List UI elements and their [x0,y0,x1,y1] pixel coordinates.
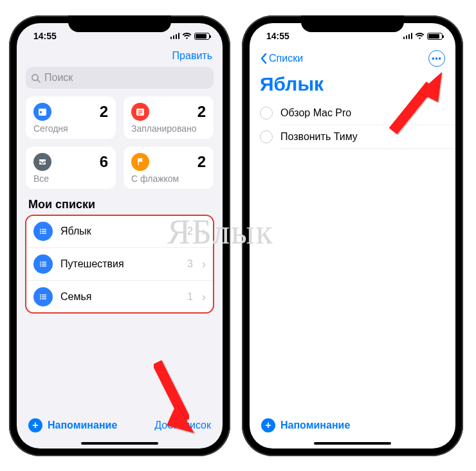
chevron-right-icon: › [202,258,206,271]
wifi-icon [415,33,425,40]
svg-rect-8 [138,114,141,114]
svg-rect-14 [42,233,46,233]
completion-circle[interactable] [260,130,273,143]
svg-rect-20 [42,265,46,266]
notch [68,15,171,32]
chevron-right-icon: › [202,225,206,238]
cellular-icon [170,33,180,39]
list-icon [33,254,53,274]
ellipsis-icon: ••• [432,54,442,63]
card-label: Запланировано [131,123,206,134]
card-count: 2 [100,103,108,121]
card-count: 2 [197,103,206,121]
nav-bar: Править [17,49,223,66]
search-icon [31,73,41,83]
new-reminder-label: Напоминание [48,420,117,431]
phone-left: 14:55 Править Поиск [9,15,230,456]
card-today[interactable]: 2 Сегодня [26,96,116,139]
chevron-right-icon: › [202,290,206,304]
card-count: 2 [197,153,206,171]
my-lists-header: Мои списки [17,198,223,215]
list-row[interactable]: Яблык 2 › [26,215,214,248]
more-button[interactable]: ••• [428,50,445,67]
card-label: С флажком [131,173,206,184]
svg-point-25 [40,298,41,299]
status-time: 14:55 [33,31,57,41]
new-reminder-button[interactable]: + Напоминание [261,418,350,432]
card-flagged[interactable]: 2 С флажком [124,147,214,189]
svg-rect-24 [42,296,46,297]
card-label: Все [33,173,108,184]
svg-rect-12 [42,231,46,231]
divider [280,148,455,149]
list-icon [33,287,53,307]
home-indicator[interactable] [314,442,391,445]
cellular-icon [403,33,413,39]
card-scheduled[interactable]: 2 Запланировано [124,96,214,139]
inbox-icon [33,153,51,171]
status-time: 14:55 [266,31,289,41]
notch [301,15,404,32]
card-label: Сегодня [33,123,108,134]
clock-icon [131,103,149,121]
battery-icon [427,33,443,40]
svg-point-17 [40,263,41,265]
svg-rect-10 [42,229,46,229]
annotation-arrow [144,356,202,440]
svg-rect-18 [42,263,46,264]
list-name: Яблык [60,226,179,237]
list-row[interactable]: Семья 1 › [26,281,214,313]
plus-icon: + [28,418,42,432]
svg-line-1 [37,80,40,82]
list-name: Путешествия [60,258,179,270]
svg-rect-4 [40,111,42,113]
new-reminder-label: Напоминание [280,420,350,431]
svg-point-23 [40,296,41,298]
wifi-icon [182,33,192,40]
svg-rect-22 [42,294,46,295]
list-count: 1 [187,291,193,303]
svg-point-21 [40,294,41,296]
annotation-arrow [380,67,451,138]
my-lists-group: Яблык 2 › Путешествия 3 › Семья 1 › [26,215,214,313]
search-placeholder: Поиск [44,72,73,84]
list-row[interactable]: Путешествия 3 › [26,248,214,281]
svg-point-11 [40,231,41,232]
list-icon [33,222,53,241]
home-indicator[interactable] [81,442,158,445]
svg-point-13 [40,233,41,234]
reminder-text: Позвонить Тиму [280,131,358,143]
svg-rect-7 [138,112,143,113]
reminder-text: Обзор Mac Pro [280,107,351,119]
back-button[interactable]: Списки [260,53,303,64]
svg-point-9 [40,229,41,230]
svg-rect-26 [42,298,46,299]
calendar-icon [33,103,51,121]
search-input[interactable]: Поиск [26,67,214,89]
back-label: Списки [269,53,303,64]
battery-icon [194,33,210,40]
flag-icon [131,153,149,171]
card-count: 6 [100,153,108,171]
svg-point-15 [40,262,41,263]
phone-right: 14:55 Списки ••• Яблык Обзор [242,15,463,456]
list-count: 2 [187,226,193,237]
plus-icon: + [261,418,275,432]
svg-rect-3 [39,109,46,111]
svg-rect-16 [42,262,46,262]
list-count: 3 [187,258,193,270]
completion-circle[interactable] [260,107,273,120]
card-all[interactable]: 6 Все [26,147,116,189]
svg-rect-6 [138,111,143,111]
svg-point-19 [40,265,41,267]
chevron-left-icon [260,53,268,64]
edit-button[interactable]: Править [172,50,212,62]
new-reminder-button[interactable]: + Напоминание [28,418,117,432]
list-name: Семья [60,291,179,303]
